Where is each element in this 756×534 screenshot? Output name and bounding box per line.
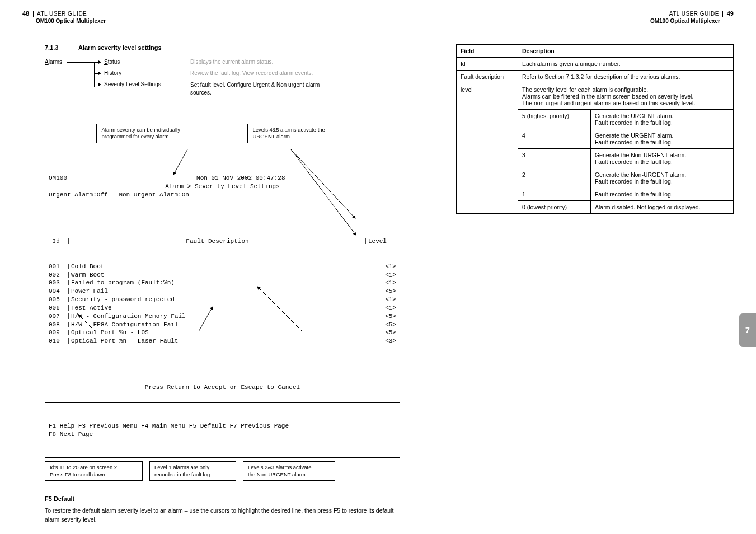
table-row: 006|Test Active<1> [49, 304, 396, 312]
section-heading: 7.1.3Alarm severity level settings [45, 44, 400, 51]
table-row: 005|Security - password rejected<1> [49, 296, 396, 304]
annot-bottom-a: Id's 11 to 20 are on screen 2. Press F8 … [45, 461, 143, 481]
f5-default-heading: F5 Default [45, 495, 400, 502]
guide-title-right: ATL USER GUIDE [669, 11, 723, 17]
f5-default-body: To restore the default alarm severity le… [45, 507, 400, 524]
table-row: 003|Failed to program (Fault:%n)<1> [49, 279, 396, 287]
nav-tree: Alarms Status Displays the current alarm… [45, 59, 400, 120]
table-row: Id Each alarm is given a unique number. [456, 58, 733, 71]
annot-bottom-b: Level 1 alarms are only recorded in the … [149, 461, 236, 481]
table-row: 009|Optical Port %n - LOS<5> [49, 329, 396, 337]
subtitle-right: OM100 Optical Multiplexer [650, 18, 734, 24]
page-number-right: 49 [727, 10, 734, 17]
table-row: Fault description Refer to Section 7.1.3… [456, 71, 733, 83]
field-description-table: Field Description Id Each alarm is given… [456, 44, 734, 214]
guide-title-left: ATL USER GUIDE [33, 11, 87, 17]
terminal-screen: OM100 Mon 01 Nov 2002 00:47:28 Alarm > S… [45, 147, 400, 458]
table-row: 002|Warm Boot<1> [49, 271, 396, 279]
annot-top-left: Alarm severity can be individually progr… [96, 124, 208, 143]
table-row: 008|H/W - FPGA Configuration Fail<5> [49, 321, 396, 329]
subtitle-left: OM100 Optical Multiplexer [22, 18, 106, 24]
annot-top-right: Levels 4&5 alarms activate the URGENT al… [247, 124, 348, 143]
page-number-left: 48 [22, 10, 29, 17]
table-row: 010|Optical Port %n - Laser Fault<3> [49, 337, 396, 345]
table-row: level The severity level for each alarm … [456, 83, 733, 110]
table-row: 001|Cold Boot<1> [49, 263, 396, 271]
annot-bottom-c: Levels 2&3 alarms activate the Non-URGEN… [243, 461, 335, 481]
table-row: 004|Power Fail<5> [49, 287, 396, 296]
table-row: 007|H/W - Configuration Memory Fail<5> [49, 312, 396, 321]
chapter-tab: 7 [739, 313, 756, 347]
